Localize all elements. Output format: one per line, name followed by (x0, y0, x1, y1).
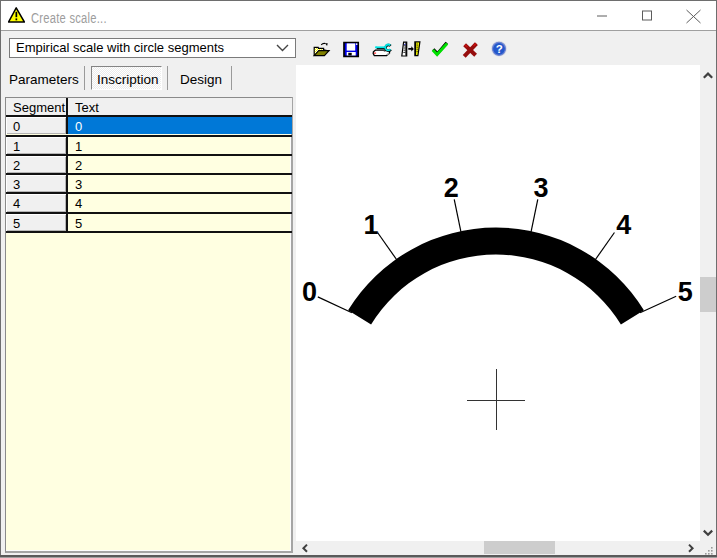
svg-text:3: 3 (533, 173, 548, 203)
svg-text:2: 2 (444, 173, 459, 203)
svg-text:?: ? (496, 43, 503, 55)
svg-text:5: 5 (678, 277, 693, 307)
svg-text:4: 4 (616, 210, 631, 240)
svg-text:0: 0 (302, 277, 317, 307)
svg-text:1: 1 (363, 210, 378, 240)
